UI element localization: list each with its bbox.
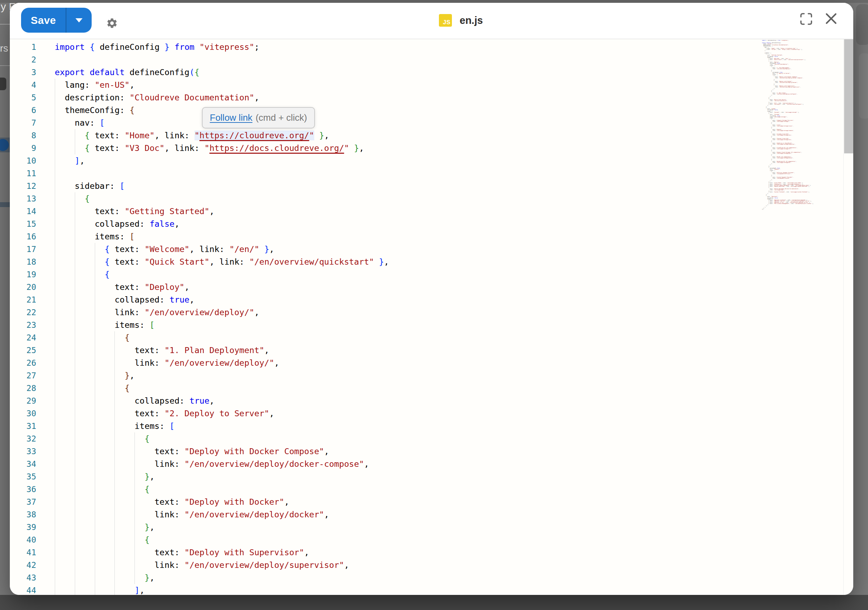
code-line[interactable]: 12 sidebar: [: [10, 180, 843, 192]
line-number: 14: [10, 205, 36, 218]
line-number: 3: [10, 66, 36, 79]
close-icon: [825, 12, 837, 25]
code-line[interactable]: 40 {: [10, 534, 843, 546]
code-line[interactable]: 22 link: "/en/overview/deploy/",: [10, 306, 843, 319]
line-number: 24: [10, 331, 36, 344]
code-line[interactable]: 7 nav: [: [10, 116, 843, 129]
save-dropdown-button[interactable]: [67, 8, 91, 33]
code-line[interactable]: 1import { defineConfig } from "vitepress…: [10, 41, 843, 53]
line-number: 26: [10, 357, 36, 369]
code-line[interactable]: 31 items: [: [10, 420, 843, 432]
link-tooltip: Follow link (cmd + click): [202, 107, 315, 129]
code-line[interactable]: 35 },: [10, 470, 843, 483]
background-row-fragment: [0, 202, 10, 207]
code-line[interactable]: 39 },: [10, 521, 843, 534]
code-line[interactable]: 3export default defineConfig({: [10, 66, 843, 79]
fullscreen-icon: [800, 12, 812, 25]
line-number: 12: [10, 180, 36, 192]
code-line[interactable]: 11: [10, 167, 843, 180]
code-line[interactable]: 5 description: "Cloudreve Documentation"…: [10, 91, 843, 104]
code-line[interactable]: 43 },: [10, 571, 843, 584]
code-line[interactable]: 17 { text: "Welcome", link: "/en/" },: [10, 243, 843, 255]
line-number: 34: [10, 458, 36, 470]
javascript-file-icon: JS: [439, 14, 452, 27]
code-line[interactable]: 29 collapsed: true,: [10, 395, 843, 407]
code-line[interactable]: 37 text: "Deploy with Docker",: [10, 495, 843, 508]
line-number: 15: [10, 218, 36, 230]
code-line[interactable]: 26 link: "/en/overview/deploy/",: [10, 357, 843, 369]
save-split-button: Save: [21, 8, 91, 33]
code-line[interactable]: 36 {: [10, 483, 843, 495]
line-number: 11: [10, 167, 36, 180]
code-line[interactable]: 27 },: [10, 369, 843, 382]
line-number: 28: [10, 382, 36, 395]
line-number: 25: [10, 344, 36, 357]
code-line[interactable]: 19 {: [10, 268, 843, 281]
background-text-fragment-sidebar: rs: [0, 43, 8, 54]
line-number: 36: [10, 483, 36, 495]
line-number: 44: [10, 584, 36, 595]
code-line[interactable]: 42 link: "/en/overview/deploy/supervisor…: [10, 559, 843, 571]
code-lines: 1import { defineConfig } from "vitepress…: [10, 39, 843, 595]
line-number: 1: [10, 41, 36, 53]
editor-dialog: Save JS en.js: [10, 3, 853, 595]
close-button[interactable]: [824, 11, 839, 27]
line-number: 20: [10, 281, 36, 293]
line-number: 13: [10, 192, 36, 205]
code-line[interactable]: 28 {: [10, 382, 843, 395]
background-button-fragment: [0, 77, 6, 90]
code-line[interactable]: 33 text: "Deploy with Docker Compose",: [10, 445, 843, 458]
code-line[interactable]: 14 text: "Getting Started",: [10, 205, 843, 218]
line-number: 23: [10, 319, 36, 331]
background-divider: [0, 24, 10, 25]
code-line[interactable]: 34 link: "/en/overview/deploy/docker-com…: [10, 458, 843, 470]
line-number: 18: [10, 255, 36, 268]
code-line[interactable]: 9 { text: "V3 Doc", link: "https://docs.…: [10, 142, 843, 155]
code-line[interactable]: 18 { text: "Quick Start", link: "/en/ove…: [10, 255, 843, 268]
scrollbar-track[interactable]: [843, 39, 853, 595]
scrollbar-thumb[interactable]: [844, 39, 853, 153]
line-number: 43: [10, 571, 36, 584]
code-line[interactable]: 30 text: "2. Deploy to Server",: [10, 407, 843, 420]
minimap[interactable]: import { defineConfig } from "vitepress"…: [762, 40, 843, 213]
code-line[interactable]: 10 ],: [10, 155, 843, 167]
gear-icon: [106, 17, 118, 29]
background-top-strip: [0, 0, 868, 3]
line-number: 29: [10, 395, 36, 407]
code-line[interactable]: 21 collapsed: true,: [10, 293, 843, 306]
line-number: 4: [10, 79, 36, 91]
code-line[interactable]: 16 items: [: [10, 230, 843, 243]
line-number: 41: [10, 546, 36, 559]
code-line[interactable]: 2: [10, 53, 843, 66]
line-number: 8: [10, 129, 36, 142]
code-line[interactable]: 8 { text: "Home", link: "https://cloudre…: [10, 129, 843, 142]
code-line[interactable]: 13 {: [10, 192, 843, 205]
settings-button[interactable]: [105, 15, 119, 31]
code-line[interactable]: 20 text: "Deploy",: [10, 281, 843, 293]
line-number: 22: [10, 306, 36, 319]
code-line[interactable]: 4 lang: "en-US",: [10, 79, 843, 91]
code-line[interactable]: 25 text: "1. Plan Deployment",: [10, 344, 843, 357]
line-number: 30: [10, 407, 36, 420]
code-line[interactable]: 15 collapsed: false,: [10, 218, 843, 230]
minimap-content: import { defineConfig } from "vitepress"…: [762, 40, 843, 210]
fullscreen-button[interactable]: [799, 11, 813, 27]
line-number: 7: [10, 116, 36, 129]
line-number: 38: [10, 508, 36, 521]
background-divider: [0, 65, 10, 66]
code-line[interactable]: 32 {: [10, 432, 843, 445]
code-editor[interactable]: 1import { defineConfig } from "vitepress…: [10, 39, 853, 595]
code-line[interactable]: 24 {: [10, 331, 843, 344]
editor-toolbar: Save JS en.js: [10, 3, 853, 39]
background-bottom-band: [0, 595, 868, 610]
code-line[interactable]: 23 items: [: [10, 319, 843, 331]
code-line[interactable]: 41 text: "Deploy with Supervisor",: [10, 546, 843, 559]
code-line[interactable]: 38 link: "/en/overview/deploy/docker",: [10, 508, 843, 521]
line-number: 10: [10, 155, 36, 167]
code-line[interactable]: 44 ],: [10, 584, 843, 595]
code-line[interactable]: 6 themeConfig: {: [10, 104, 843, 116]
save-button[interactable]: Save: [21, 8, 66, 33]
line-number: 17: [10, 243, 36, 255]
follow-link-action[interactable]: Follow link: [210, 112, 253, 123]
line-number: 27: [10, 369, 36, 382]
